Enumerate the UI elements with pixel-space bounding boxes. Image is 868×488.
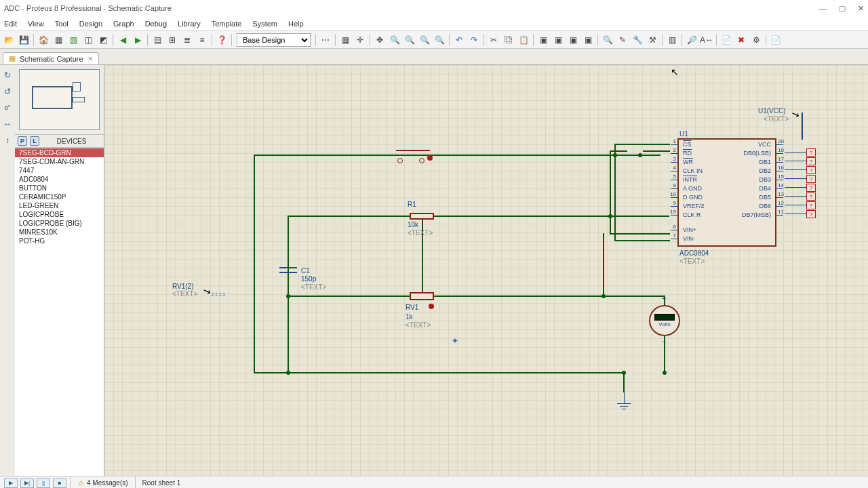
open-icon[interactable]: 📂: [2, 33, 16, 47]
device-item[interactable]: POT-HG: [15, 237, 104, 245]
cut-icon[interactable]: ✂: [487, 33, 500, 47]
device-item[interactable]: LOGICPROBE (BIG): [15, 219, 104, 228]
design-select[interactable]: Base Design: [237, 33, 311, 47]
flip-v-icon[interactable]: ↕: [1, 134, 14, 146]
delete-sheet-icon[interactable]: ✖: [734, 33, 748, 47]
redo-icon[interactable]: ↷: [467, 33, 481, 47]
tool-c-icon[interactable]: ⚒: [646, 33, 659, 47]
pan-icon[interactable]: ✥: [373, 33, 387, 47]
menu-debug[interactable]: Debug: [145, 20, 167, 28]
device-list[interactable]: 7SEG-BCD-GRN7SEG-COM-AN-GRN7447ADC0804BU…: [15, 148, 104, 476]
warning-icon: ⚠: [78, 479, 84, 487]
menu-edit[interactable]: Edit: [4, 20, 17, 28]
stop-button[interactable]: ■: [53, 479, 66, 488]
copy-icon[interactable]: ⿻: [502, 33, 515, 47]
flip-h-icon[interactable]: ↔: [1, 118, 14, 130]
window-title: ADC - Proteus 8 Professional - Schematic…: [4, 4, 172, 12]
device-item[interactable]: 7SEG-COM-AN-GRN: [15, 157, 104, 166]
menu-view[interactable]: View: [28, 20, 44, 28]
logic-probe[interactable]: ?: [806, 175, 816, 183]
maximize-icon[interactable]: ▢: [839, 4, 846, 13]
forward-icon[interactable]: ▶: [131, 33, 144, 47]
paste-icon[interactable]: 📋: [517, 33, 530, 47]
device-item[interactable]: 7447: [15, 166, 104, 175]
tab-close-icon[interactable]: ✕: [87, 55, 93, 62]
rv1-component[interactable]: [410, 292, 434, 300]
back-icon[interactable]: ◀: [116, 33, 130, 47]
zoom-out-icon[interactable]: 🔍: [403, 33, 416, 47]
find-icon[interactable]: 🔎: [685, 33, 698, 47]
menu-system[interactable]: System: [252, 20, 277, 28]
rotate-ccw-icon[interactable]: ↺: [1, 85, 14, 98]
tool-b-icon[interactable]: 🔧: [631, 33, 644, 47]
device-item[interactable]: LOGICPROBE: [15, 210, 104, 219]
rotate-cw-icon[interactable]: ↻: [1, 69, 14, 81]
grid-icon[interactable]: ▦: [338, 33, 352, 47]
status-sheet[interactable]: Root sheet 1: [142, 479, 181, 487]
pcb-icon[interactable]: ▧: [66, 33, 80, 47]
logic-probe[interactable]: ?: [806, 148, 816, 157]
save-icon[interactable]: 💾: [17, 33, 31, 47]
filter-icon[interactable]: ⋯: [319, 33, 332, 47]
device-item[interactable]: ADC0804: [15, 175, 104, 184]
tool-a-icon[interactable]: ✎: [616, 33, 629, 47]
block-rotate-icon[interactable]: ▣: [566, 33, 580, 47]
replace-icon[interactable]: A↔: [700, 33, 713, 47]
window-icon[interactable]: ⊞: [165, 33, 179, 47]
device-item[interactable]: CERAMIC150P: [15, 192, 104, 201]
preview-pane[interactable]: [19, 69, 100, 130]
package-icon[interactable]: ▥: [665, 33, 679, 47]
snap-icon[interactable]: ✛: [353, 33, 367, 47]
chip-icon[interactable]: ▤: [151, 33, 164, 47]
block-delete-icon[interactable]: ▣: [581, 33, 595, 47]
r1-component[interactable]: [410, 213, 434, 220]
minimize-icon[interactable]: —: [819, 4, 827, 13]
c1-component[interactable]: [279, 267, 297, 273]
zoom-fit-icon[interactable]: 🔍: [418, 33, 431, 47]
step-button[interactable]: ▶|: [20, 479, 34, 488]
3d-icon[interactable]: ◫: [81, 33, 95, 47]
logic-probe[interactable]: ?: [806, 201, 816, 209]
device-item[interactable]: 7SEG-BCD-GRN: [15, 148, 104, 157]
play-button[interactable]: ▶: [4, 479, 18, 488]
logic-probe[interactable]: ?: [806, 166, 816, 174]
schematic-icon[interactable]: ▦: [52, 33, 65, 47]
layers-icon[interactable]: ≣: [180, 33, 194, 47]
logic-probe[interactable]: ?: [806, 192, 816, 201]
device-item[interactable]: BUTTON: [15, 184, 104, 192]
zoom-sel-icon[interactable]: 🔍: [601, 33, 614, 47]
close-icon[interactable]: ✕: [858, 4, 864, 13]
status-messages[interactable]: 4 Message(s): [87, 479, 128, 487]
pause-button[interactable]: ||: [37, 479, 50, 488]
voltmeter[interactable]: Volts: [649, 305, 680, 336]
schematic-canvas[interactable]: R1 10k <TEXT> C1 150p <TEXT> RV1 1k <TEX…: [104, 65, 868, 476]
logic-probe[interactable]: ?: [806, 210, 816, 218]
block-move-icon[interactable]: ▣: [551, 33, 565, 47]
menu-tool[interactable]: Tool: [55, 20, 68, 28]
pick-button[interactable]: P: [18, 136, 27, 146]
list-icon[interactable]: ≡: [195, 33, 209, 47]
zoom-area-icon[interactable]: 🔍: [433, 33, 446, 47]
new-sheet-icon[interactable]: 📄: [719, 33, 733, 47]
button-component[interactable]: [396, 144, 430, 146]
help-icon[interactable]: ❓: [215, 33, 229, 47]
menu-design[interactable]: Design: [79, 20, 102, 28]
block-copy-icon[interactable]: ▣: [536, 33, 550, 47]
zoom-in-icon[interactable]: 🔍: [388, 33, 401, 47]
menu-template[interactable]: Template: [212, 20, 242, 28]
gerber-icon[interactable]: ◩: [96, 33, 110, 47]
menu-help[interactable]: Help: [288, 20, 304, 28]
menu-graph[interactable]: Graph: [113, 20, 134, 28]
report-icon[interactable]: 📄: [769, 33, 783, 47]
logic-probe[interactable]: ?: [806, 184, 816, 192]
logic-probe[interactable]: ?: [806, 157, 816, 165]
device-item[interactable]: MINRES10K: [15, 228, 104, 237]
lib-button[interactable]: L: [30, 136, 39, 146]
tab-schematic[interactable]: ▦ Schematic Capture ✕: [3, 52, 99, 64]
menu-library[interactable]: Library: [178, 20, 201, 28]
device-item[interactable]: LED-GREEN: [15, 201, 104, 210]
undo-icon[interactable]: ↶: [452, 33, 466, 47]
home-icon[interactable]: 🏠: [37, 33, 50, 47]
compile-icon[interactable]: ⚙: [749, 33, 763, 47]
u1-component[interactable]: 1CS2RD3WR4CLK IN5INTR8A GND10D GND9VREF/…: [677, 138, 776, 247]
